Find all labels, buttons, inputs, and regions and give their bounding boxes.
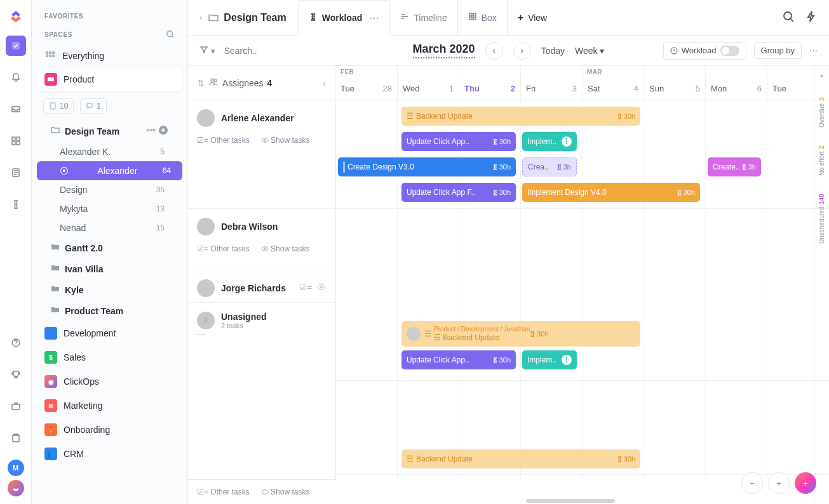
next-button[interactable]: › (513, 42, 531, 60)
task-bar[interactable]: Update Click App..30h (401, 132, 516, 151)
assignee-row: Unasigned2 tasks⋯ (188, 303, 335, 481)
chevron-left-icon[interactable]: ‹ (323, 78, 326, 88)
filter-icon[interactable]: ▾ (199, 45, 215, 56)
rail-doc-icon[interactable] (6, 162, 26, 183)
automation-icon[interactable] (805, 10, 818, 25)
sidebar-item-design[interactable]: Design35 (32, 180, 187, 199)
folder-gantt-2-0[interactable]: Gantt 2.0 (32, 237, 187, 258)
month-label: FEB (340, 69, 354, 76)
task-bar[interactable]: Create Design V3.030h (338, 157, 516, 176)
scrollbar[interactable] (526, 499, 615, 503)
space-clickops[interactable]: ◉ClickOps (32, 369, 187, 394)
task-bar[interactable]: Update Click App F..30h (401, 183, 516, 202)
unscheduled-tab[interactable]: Unscheduled 140 (818, 194, 825, 244)
rail-trophy-icon[interactable] (6, 364, 26, 385)
product-space[interactable]: Product (37, 68, 182, 91)
task-bar[interactable]: Crea..3h (522, 157, 577, 176)
search-button-icon[interactable] (782, 10, 795, 25)
rail-clipboard-icon[interactable] (6, 428, 26, 448)
tab-box[interactable]: Box (457, 0, 507, 36)
task-bar[interactable]: ☲Backend Update30h (401, 449, 640, 468)
rail-briefcase-icon[interactable] (6, 396, 26, 416)
rail-workspace-icon[interactable] (8, 480, 24, 496)
folder-product-team[interactable]: Product Team (32, 300, 187, 321)
svg-point-24 (784, 12, 792, 20)
space-onboarding[interactable]: ⛹Onboarding (32, 418, 187, 442)
other-tasks[interactable]: ☑= Other tasks (197, 487, 250, 496)
sidebar-item-alexander[interactable]: ⦿Alexander64 (37, 161, 182, 180)
week-select[interactable]: Week ▾ (575, 46, 604, 56)
zoom-in-button[interactable]: + (768, 472, 790, 494)
svg-rect-21 (473, 13, 476, 16)
design-team-folder[interactable]: Design Team ••• (32, 120, 187, 142)
collapse-icon[interactable]: ‹ (199, 13, 202, 22)
box-icon (468, 12, 477, 23)
tab-workload[interactable]: Workload ⋯ (298, 0, 390, 36)
task-bar[interactable]: Implem..! (522, 350, 577, 369)
show-tasks[interactable]: Show tasks (261, 244, 310, 253)
other-tasks[interactable]: ☑= Other tasks (197, 136, 250, 145)
svg-point-16 (53, 55, 55, 57)
rail-inbox-icon[interactable] (6, 99, 26, 119)
svg-point-29 (264, 248, 266, 250)
lane-row: ☲Backend Update30hUpdate Click App..30hI… (335, 100, 829, 209)
favorites-header: FAVORITES (44, 13, 83, 20)
noeffort-tab[interactable]: No effort 2 (818, 145, 825, 176)
task-bar[interactable]: Create..3h (708, 157, 761, 176)
comments-pill[interactable]: 1 (80, 98, 107, 114)
collapse-right-icon[interactable]: « (820, 72, 824, 79)
sidebar-item-alexander-k-[interactable]: Alexander K.5 (32, 142, 187, 161)
prev-button[interactable]: ‹ (485, 42, 503, 60)
create-button[interactable]: + (795, 472, 816, 494)
show-tasks[interactable]: Show tasks (261, 487, 310, 496)
hourglass-icon (309, 13, 318, 23)
tab-dots-icon[interactable]: ⋯ (367, 12, 379, 24)
dollar-icon: $ (44, 351, 57, 364)
rail-bell-icon[interactable] (6, 67, 26, 88)
everything-item[interactable]: Everything (32, 45, 187, 67)
period-label[interactable]: March 2020 (413, 43, 475, 58)
checkbox-icon[interactable]: ☑= (299, 282, 312, 293)
group-by-button[interactable]: Group by (754, 42, 802, 59)
folder-kyle[interactable]: Kyle (32, 279, 187, 300)
svg-point-27 (214, 79, 217, 82)
folder-ivan-villa[interactable]: Ivan Villa (32, 258, 187, 279)
show-tasks[interactable]: Show tasks (261, 136, 310, 145)
spaces-header: SPACES (44, 31, 72, 38)
rail-home-icon[interactable] (6, 36, 26, 56)
search-input[interactable] (224, 46, 313, 56)
tab-timeline[interactable]: Timeline (389, 0, 457, 36)
task-bar[interactable]: ☲Product / Development / Jonathan☲ Backe… (401, 321, 640, 347)
svg-point-10 (167, 31, 173, 37)
workload-toggle[interactable]: Workload (663, 42, 746, 60)
space-crm[interactable]: 👥CRM (32, 442, 187, 466)
overdue-tab[interactable]: Overdue 3 (818, 97, 825, 128)
task-bar[interactable]: ☲Backend Update30h (401, 107, 640, 126)
task-bar[interactable]: Implement Design V4.030h (522, 183, 700, 202)
space-development[interactable]: Development (32, 321, 187, 345)
day-col: Sun5 (644, 66, 705, 100)
plus-circle-icon[interactable] (158, 125, 168, 137)
task-bar[interactable]: Update Click App..30h (401, 350, 516, 369)
hours-label: 3h (741, 163, 756, 171)
rail-avatar-m[interactable]: M (8, 460, 24, 476)
rail-dashboard-icon[interactable] (6, 131, 26, 151)
more-icon[interactable]: ⋯ (809, 46, 818, 55)
eye-icon[interactable] (317, 282, 326, 293)
rail-timer-icon[interactable] (6, 194, 26, 215)
today-button[interactable]: Today (541, 46, 565, 56)
sidebar-item-nenad[interactable]: Nenad15 (32, 218, 187, 237)
other-tasks[interactable]: ☑= Other tasks (197, 244, 250, 253)
add-view-button[interactable]: + View (507, 0, 557, 36)
sidebar-item-mykyta[interactable]: Mykyta13 (32, 199, 187, 218)
space-sales[interactable]: $Sales (32, 345, 187, 369)
task-bar[interactable]: Implem..! (522, 132, 577, 151)
docs-pill[interactable]: 10 (43, 98, 74, 114)
search-icon[interactable] (166, 30, 175, 39)
sort-icon[interactable]: ⇅ (197, 78, 205, 88)
rail-help-icon[interactable] (6, 333, 26, 353)
zoom-out-button[interactable]: − (741, 472, 763, 494)
dots-icon[interactable]: ••• (146, 125, 156, 137)
dots-icon[interactable]: ⋯ (197, 329, 205, 339)
space-marketing[interactable]: ≋Marketing (32, 394, 187, 418)
